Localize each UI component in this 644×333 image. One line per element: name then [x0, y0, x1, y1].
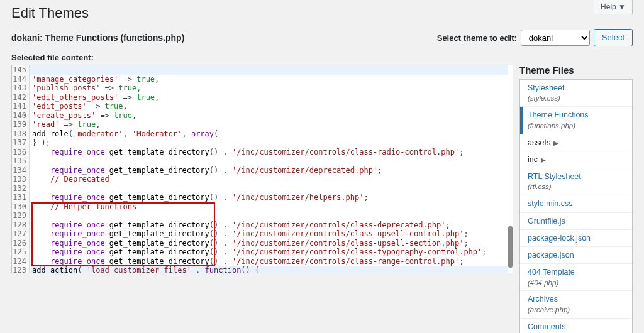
code-line[interactable]: 128 require_once get_template_directory(… [12, 221, 513, 230]
code-line[interactable]: 143'publish_posts' => true, [12, 84, 513, 93]
code-line[interactable]: 138add_role('moderator', 'Moderator', ar… [12, 129, 513, 139]
file-item[interactable]: package-lock.json [520, 230, 632, 247]
file-item[interactable]: Gruntfile.js [520, 213, 632, 230]
file-subname: (functions.php) [528, 121, 626, 131]
select-theme-button[interactable]: Select [594, 29, 633, 46]
line-number: 145 [12, 65, 30, 75]
chevron-right-icon: ▶ [539, 156, 546, 163]
file-item[interactable]: package.json [520, 247, 632, 264]
code-line[interactable]: 131 require_once get_template_directory(… [12, 193, 513, 202]
file-item[interactable]: RTL Stylesheet(rtl.css) [520, 168, 632, 195]
file-subname: (style.css) [528, 94, 626, 103]
line-number: 138 [12, 129, 30, 139]
line-number: 137 [12, 138, 30, 148]
line-number: 123 [12, 266, 30, 273]
line-number: 130 [12, 202, 30, 212]
code-line[interactable]: 140'create_posts' => true, [12, 111, 513, 121]
file-item[interactable]: 404 Template(404.php) [520, 264, 632, 291]
page-title: Edit Themes [11, 5, 633, 21]
line-number: 143 [12, 84, 30, 93]
line-number: 132 [12, 184, 30, 194]
line-number: 140 [12, 111, 30, 121]
code-line[interactable]: 136 require_once get_template_directory(… [12, 148, 513, 157]
code-line[interactable]: 144'manage_categories' => true, [12, 75, 513, 84]
code-line[interactable]: 126 require_once get_template_directory(… [12, 239, 513, 248]
theme-select-label: Select theme to edit: [437, 33, 517, 43]
code-line[interactable]: 145 [12, 65, 513, 75]
line-number: 134 [12, 166, 30, 175]
file-tree: Stylesheet(style.css)Theme Functions(fun… [519, 79, 633, 333]
code-line[interactable]: 125 require_once get_template_directory(… [12, 248, 513, 257]
file-item[interactable]: Comments(comments.php) [520, 319, 632, 333]
line-number: 127 [12, 229, 30, 239]
code-line[interactable]: 134 require_once get_template_directory(… [12, 166, 513, 175]
code-editor[interactable]: 145144'manage_categories' => true,143'pu… [11, 65, 513, 273]
line-number: 142 [12, 93, 30, 102]
file-item[interactable]: Theme Functions(functions.php) [520, 107, 632, 134]
line-number: 139 [12, 120, 30, 129]
scrollbar-thumb[interactable] [508, 226, 513, 268]
line-number: 133 [12, 175, 30, 184]
line-number: 144 [12, 75, 30, 84]
file-item[interactable]: style.min.css [520, 195, 632, 212]
line-number: 131 [12, 193, 30, 202]
line-number: 128 [12, 221, 30, 230]
file-item[interactable]: Stylesheet(style.css) [520, 80, 632, 107]
code-line[interactable]: 130 // Helper functions [12, 202, 513, 212]
line-number: 136 [12, 148, 30, 157]
code-line[interactable]: 133 // Deprecated [12, 175, 513, 184]
line-number: 126 [12, 239, 30, 248]
folder-item[interactable]: assets ▶ [520, 134, 632, 151]
code-line[interactable]: 141'edit_posts' => true, [12, 102, 513, 111]
code-line[interactable]: 132 [12, 184, 513, 194]
line-number: 135 [12, 156, 30, 166]
folder-item[interactable]: inc ▶ [520, 151, 632, 168]
code-line[interactable]: 142'edit_others_posts' => true, [12, 93, 513, 102]
file-heading: dokani: Theme Functions (functions.php) [11, 33, 184, 43]
scrollbar-track[interactable] [508, 65, 513, 273]
code-line[interactable]: 123add_action( 'load_customizer_files' ,… [12, 266, 513, 273]
line-number: 124 [12, 257, 30, 266]
help-tab[interactable]: Help ▼ [594, 0, 633, 14]
theme-select[interactable]: dokani [521, 30, 590, 46]
line-number: 141 [12, 102, 30, 111]
line-number: 129 [12, 211, 30, 221]
code-line[interactable]: 137} ); [12, 138, 513, 148]
selected-file-label: Selected file content: [11, 53, 633, 62]
file-subname: (404.php) [528, 278, 626, 288]
file-subname: (archive.php) [528, 305, 626, 315]
chevron-right-icon: ▶ [552, 139, 558, 146]
file-subname: (rtl.css) [528, 182, 626, 192]
code-line[interactable]: 139'read' => true, [12, 120, 513, 129]
code-line[interactable]: 127 require_once get_template_directory(… [12, 229, 513, 239]
file-item[interactable]: Archives(archive.php) [520, 291, 632, 318]
theme-files-heading: Theme Files [519, 65, 633, 75]
code-line[interactable]: 135 [12, 156, 513, 166]
line-number: 125 [12, 248, 30, 257]
code-line[interactable]: 124 require_once get_template_directory(… [12, 257, 513, 266]
code-line[interactable]: 129 [12, 211, 513, 221]
